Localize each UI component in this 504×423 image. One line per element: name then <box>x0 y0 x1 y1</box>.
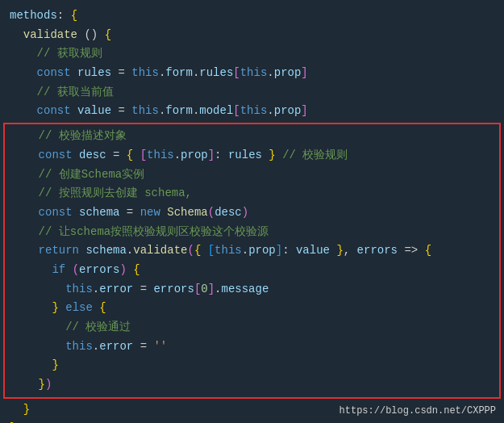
line-if-errors: if (errors) { <box>5 261 499 280</box>
line-comment-rules: // 获取规则 <box>0 44 504 64</box>
line-comment-create: // 创建Schema实例 <box>5 165 499 185</box>
line-this-error-empty: this.error = '' <box>5 337 499 357</box>
highlighted-code-block: // 校验描述对象 const desc = { [this.prop]: ru… <box>3 123 501 399</box>
token-validate: validate <box>23 27 77 44</box>
line-return-validate: return schema.validate({ [this.prop]: va… <box>5 241 499 261</box>
line-validate: validate () { <box>0 26 504 45</box>
line-const-value: const value = this.form.model[this.prop] <box>0 102 504 121</box>
line-methods: methods: { <box>0 6 504 26</box>
line-const-schema: const schema = new Schema(desc) <box>5 203 499 223</box>
line-this-error-assign: this.error = errors[0].message <box>5 280 499 299</box>
watermark: https://blog.csdn.net/CXPPP <box>339 404 496 417</box>
line-comment-validate-src: // 让schema按照校验规则区校验这个校验源 <box>5 223 499 242</box>
line-const-rules: const rules = this.form.rules[this.prop] <box>0 64 504 83</box>
line-close-if: } <box>5 356 499 375</box>
line-comment-pass: // 校验通过 <box>5 318 499 337</box>
watermark-url: https://blog.csdn.net/CXPPP <box>339 405 496 417</box>
token-methods: methods <box>10 7 57 25</box>
line-const-desc: const desc = { [this.prop]: rules } // 校… <box>5 146 499 165</box>
line-comment-value: // 获取当前值 <box>0 83 504 103</box>
line-comment-desc: // 校验描述对象 <box>5 127 499 146</box>
line-comment-by-rule: // 按照规则去创建 schema, <box>5 184 499 203</box>
line-close-validate-call: }) <box>5 375 499 395</box>
code-editor: methods: { validate () { // 获取规则 const r… <box>0 0 504 423</box>
line-else: } else { <box>5 299 499 318</box>
line-close-outer: } <box>0 419 504 423</box>
